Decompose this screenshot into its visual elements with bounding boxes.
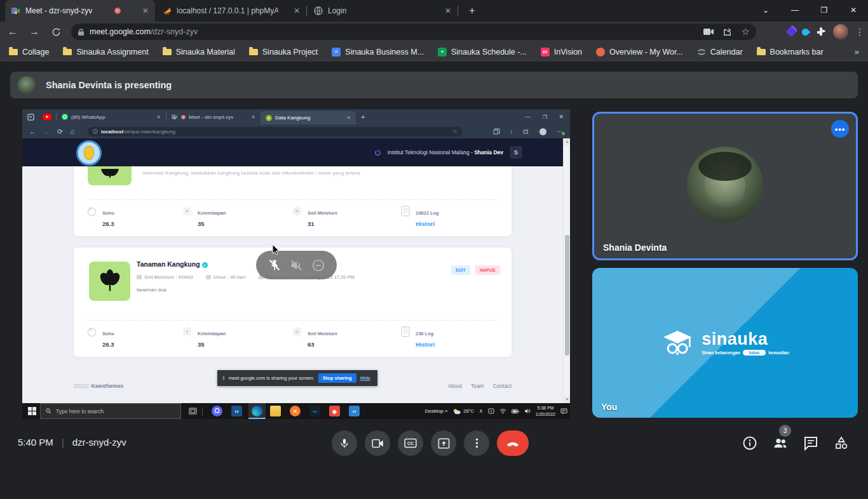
- tab-login[interactable]: Login ✕: [308, 0, 458, 22]
- footer-link-contact[interactable]: Contact: [493, 383, 512, 389]
- edge-share-icon[interactable]: [523, 128, 529, 135]
- hide-share-bar-link[interactable]: Hide: [360, 375, 370, 381]
- arduino-icon[interactable]: ∞: [309, 406, 320, 416]
- edge-tab-close-icon[interactable]: ✕: [346, 115, 351, 121]
- plant-title[interactable]: Tanaman Kangkung ✓: [137, 260, 208, 268]
- more-options-button[interactable]: [464, 430, 489, 456]
- wifi-icon[interactable]: [499, 408, 506, 414]
- mic-button[interactable]: [332, 430, 357, 456]
- bookmark-sinauka-schedule[interactable]: +Sinauka Schedule -...: [438, 48, 527, 57]
- tab-meet[interactable]: Meet - dzr-snyd-zyv ✕: [5, 0, 155, 22]
- reload-button[interactable]: [47, 23, 65, 41]
- tab-close-icon[interactable]: ✕: [445, 6, 451, 15]
- edge-close-icon[interactable]: ✕: [559, 114, 564, 120]
- edge-home-icon[interactable]: ⌂: [70, 128, 74, 135]
- edit-button[interactable]: EDIT: [451, 265, 470, 275]
- unpin-icon[interactable]: [268, 258, 281, 272]
- edge-restore-icon[interactable]: ❐: [543, 114, 547, 120]
- vscode2-icon[interactable]: ‹›: [349, 406, 360, 416]
- stop-sharing-button[interactable]: Stop sharing: [318, 373, 356, 383]
- edge-tab-close-icon[interactable]: ✕: [156, 114, 161, 120]
- participants-button[interactable]: [773, 436, 788, 451]
- edge-tab-data-kangkung[interactable]: Data Kangkung✕: [261, 111, 356, 124]
- pause-share-icon[interactable]: ‖: [222, 375, 225, 382]
- bookmark-star-icon[interactable]: ☆: [742, 26, 750, 37]
- extensions-puzzle-icon[interactable]: [816, 27, 826, 37]
- youtube-pinned-tab-icon[interactable]: [43, 114, 51, 120]
- remove-tile-icon[interactable]: [311, 258, 325, 272]
- chat-button[interactable]: [803, 436, 818, 451]
- window-menu-chevron-icon[interactable]: ⌄: [751, 0, 780, 20]
- itn-logo[interactable]: [76, 140, 102, 166]
- bookmark-calendar[interactable]: Calendar: [697, 48, 743, 57]
- footer-link-about[interactable]: About: [448, 383, 462, 389]
- task-view-icon[interactable]: [189, 408, 197, 415]
- chrome-menu-icon[interactable]: ⋮: [855, 27, 864, 37]
- bookmarks-overflow-icon[interactable]: »: [855, 47, 859, 57]
- start-button-icon[interactable]: [28, 407, 36, 415]
- address-bar[interactable]: meet.google.com/dzr-snyd-zyv ☆: [71, 23, 756, 40]
- extension-purple-icon[interactable]: [786, 27, 797, 37]
- captions-button[interactable]: CC: [398, 430, 423, 456]
- collections-icon[interactable]: [493, 128, 500, 135]
- edge-address-bar[interactable]: localhost/skripsi-main/kangkung ☆: [88, 127, 463, 136]
- bookmark-invision[interactable]: InInVision: [541, 48, 582, 57]
- vscode-icon[interactable]: ‹›: [231, 406, 242, 416]
- edge-favorite-star-icon[interactable]: ☆: [452, 128, 458, 135]
- action-center-icon[interactable]: [560, 408, 567, 415]
- bookmark-overview[interactable]: Overview - My Wor...: [596, 48, 683, 57]
- scrollbar-thumb[interactable]: [565, 235, 569, 356]
- tray-device-icon[interactable]: [488, 408, 494, 414]
- user-avatar-letter[interactable]: S: [510, 146, 522, 159]
- tray-expand-icon[interactable]: ∧: [479, 408, 483, 414]
- hapus-button[interactable]: HAPUS: [475, 265, 500, 275]
- end-call-button[interactable]: [497, 430, 529, 456]
- edge-minimize-icon[interactable]: —: [525, 114, 531, 120]
- bookmark-sinauka-material[interactable]: Sinauka Material: [163, 48, 235, 57]
- edge-forward-icon[interactable]: →: [43, 128, 50, 135]
- tile-options-button[interactable]: •••: [831, 120, 849, 138]
- battery-icon[interactable]: [512, 409, 519, 414]
- scroll-down-icon[interactable]: ▼: [564, 396, 570, 403]
- activities-button[interactable]: [834, 436, 849, 451]
- red-app-icon[interactable]: ◆: [329, 406, 340, 416]
- histori-link[interactable]: Histori: [416, 341, 435, 348]
- power-icon[interactable]: [374, 149, 381, 156]
- window-close-button[interactable]: ✕: [839, 0, 868, 20]
- desktop-chevron-icon[interactable]: »: [445, 409, 447, 413]
- tab-phpmyadmin[interactable]: localhost / 127.0.0.1 | phpMyAdm ✕: [156, 0, 306, 22]
- edge-profile-avatar[interactable]: [539, 128, 546, 135]
- tab-close-icon[interactable]: ✕: [294, 6, 300, 15]
- window-minimize-button[interactable]: —: [780, 0, 810, 20]
- share-icon[interactable]: [723, 27, 733, 37]
- page-scrollbar[interactable]: ▲ ▼: [563, 138, 570, 403]
- xampp-icon[interactable]: ✕: [290, 406, 301, 416]
- downloads-icon[interactable]: ↓: [510, 128, 513, 135]
- meeting-details-button[interactable]: [742, 436, 757, 451]
- histori-link[interactable]: Histori: [416, 220, 435, 227]
- extension-drop-icon[interactable]: [801, 27, 811, 37]
- camera-button[interactable]: [365, 430, 390, 456]
- bookmark-sinauka-assignment[interactable]: Sinauka Assignment: [63, 48, 148, 57]
- scroll-up-icon[interactable]: ▲: [564, 138, 570, 145]
- bookmark-collage[interactable]: Collage: [9, 48, 49, 57]
- new-tab-button[interactable]: +: [465, 4, 480, 19]
- bookmark-bookmarks-bar-folder[interactable]: Bookmarks bar: [757, 48, 824, 57]
- edge-taskbar-highlight[interactable]: [248, 403, 266, 419]
- forward-button[interactable]: →: [25, 23, 43, 41]
- bookmark-sinauka-business[interactable]: ≡Sinauka Business M...: [332, 48, 424, 57]
- edge-reload-icon[interactable]: ⟳: [57, 128, 63, 136]
- file-explorer-icon[interactable]: [270, 406, 281, 416]
- present-button[interactable]: [431, 430, 456, 456]
- bookmark-sinauka-project[interactable]: Sinauka Project: [249, 48, 318, 57]
- tab-actions-icon[interactable]: [27, 114, 34, 121]
- edge-menu-icon[interactable]: ⋯: [557, 128, 562, 135]
- audio-muted-icon[interactable]: [289, 258, 303, 272]
- window-restore-button[interactable]: ❐: [810, 0, 839, 20]
- discord-icon[interactable]: ᗝ: [212, 406, 222, 416]
- profile-avatar[interactable]: [833, 24, 848, 39]
- taskbar-search-box[interactable]: Type here to search: [40, 403, 181, 419]
- edge-back-icon[interactable]: ←: [29, 128, 36, 135]
- desktop-toolbar-label[interactable]: Desktop »: [425, 408, 448, 414]
- edge-tab-close-icon[interactable]: ✕: [251, 114, 255, 120]
